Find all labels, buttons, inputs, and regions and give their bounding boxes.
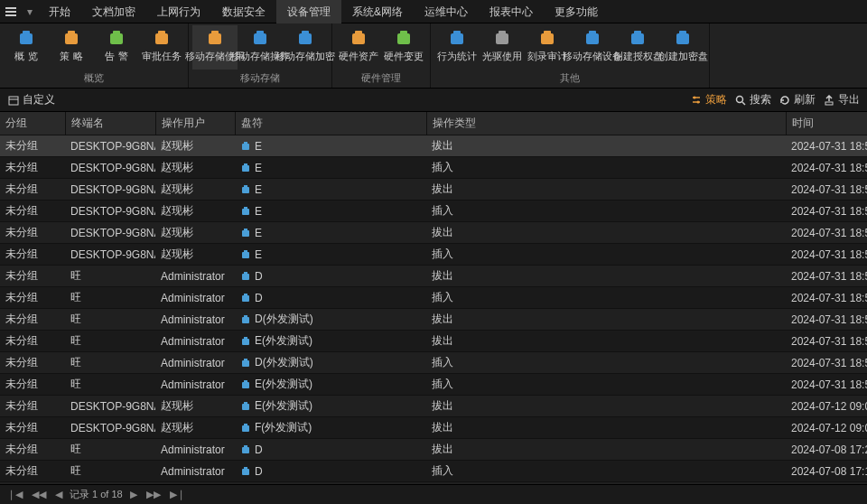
table-row[interactable]: 未分组DESKTOP-9G8NA80赵现彬E插入2024-07-31 18:56… <box>0 157 867 179</box>
menu-item-6[interactable]: 运维中心 <box>414 0 479 23</box>
cell: 未分组 <box>0 352 65 374</box>
table-row[interactable]: 未分组旺AdministratorD(外发测试)插入2024-07-31 18:… <box>0 352 867 374</box>
menu-item-0[interactable]: 开始 <box>38 0 81 23</box>
toolbar-search-button[interactable]: 搜索 <box>734 92 771 107</box>
cell: 未分组 <box>0 439 65 461</box>
table-row[interactable]: 未分组DESKTOP-9G8NA80赵现彬E插入2024-07-31 18:56… <box>0 201 867 222</box>
toolbar-sliders-small-button[interactable]: 策略 <box>690 92 727 107</box>
svg-rect-16 <box>302 31 309 34</box>
ribbon-btn-auth-disk-icon[interactable]: 创建授权盘 <box>615 25 660 70</box>
pager-prev-button[interactable]: ◀◀ <box>30 489 48 500</box>
table-row[interactable]: 未分组DESKTOP-9G8NA80赵现彬F(外发测试)拔出2024-07-12… <box>0 417 867 439</box>
toolbar-label: 导出 <box>838 92 860 107</box>
cell: 未分组 <box>0 135 65 157</box>
encrypt-disk-icon <box>673 29 693 49</box>
ribbon-btn-bell-icon[interactable]: 告 警 <box>94 25 139 70</box>
table-row[interactable]: 未分组旺AdministratorE(外发测试)插入2024-07-31 18:… <box>0 374 867 396</box>
menu-item-7[interactable]: 报表中心 <box>479 0 544 23</box>
ribbon-btn-usb-lock-icon[interactable]: 移动存储加密 <box>283 25 328 70</box>
svg-rect-4 <box>23 31 30 34</box>
menu-item-4[interactable]: 设备管理 <box>276 0 341 23</box>
ribbon-group-label: 硬件管理 <box>332 70 430 88</box>
toolbar-refresh-button[interactable]: 刷新 <box>778 92 816 107</box>
svg-rect-20 <box>400 31 407 34</box>
chevron-down-icon[interactable]: ▾ <box>27 5 33 18</box>
ribbon-btn-usb-action-icon[interactable]: 移动存储操作 <box>238 25 283 70</box>
menu-item-8[interactable]: 更多功能 <box>544 0 609 23</box>
svg-rect-31 <box>676 33 689 44</box>
table-row[interactable]: 未分组旺AdministratorD插入2024-07-08 17:19:43 <box>0 461 867 482</box>
cell: 未分组 <box>0 287 65 309</box>
cell: 旺 <box>65 287 155 309</box>
table-row[interactable]: 未分组旺AdministratorD插入2024-07-31 18:54:10 <box>0 287 867 309</box>
table-row[interactable]: 未分组旺AdministratorD拔出2024-07-08 17:22:36 <box>0 439 867 461</box>
table-row[interactable]: 未分组旺AdministratorE(外发测试)拔出2024-07-31 18:… <box>0 331 867 352</box>
cell: 旺 <box>65 331 155 352</box>
pager-last-button[interactable]: ▶❘ <box>168 489 187 500</box>
ribbon-btn-disc-icon[interactable]: 光驱使用 <box>480 25 525 70</box>
pager-label: 记录 1 of 18 <box>70 488 123 501</box>
svg-rect-8 <box>113 31 120 34</box>
col-header-1[interactable]: 终端名 <box>65 112 155 135</box>
ribbon-btn-stats-icon[interactable]: 行为统计 <box>434 25 480 70</box>
toolbar-export-button[interactable]: 导出 <box>823 92 860 107</box>
table-row[interactable]: 未分组旺AdministratorD(外发测试)拔出2024-07-31 18:… <box>0 309 867 331</box>
ribbon-btn-encrypt-disk-icon[interactable]: 创建加密盘 <box>660 25 705 70</box>
pager-first-button[interactable]: ❘◀ <box>5 489 24 500</box>
cell: 插入 <box>426 201 786 222</box>
app-menu-icon[interactable] <box>4 5 18 19</box>
svg-rect-69 <box>244 424 247 426</box>
cell: 拔出 <box>426 266 786 287</box>
menu-item-1[interactable]: 文档加密 <box>81 0 146 23</box>
svg-rect-11 <box>209 33 221 44</box>
auth-disk-icon <box>628 29 648 49</box>
cell: 插入 <box>426 157 786 179</box>
cell: 2024-07-12 09:06:52 <box>786 396 867 417</box>
table-row[interactable]: 未分组DESKTOP-9G8NA80赵现彬E(外发测试)拔出2024-07-12… <box>0 396 867 417</box>
svg-rect-30 <box>634 31 641 34</box>
custom-columns-button[interactable]: 自定义 <box>7 92 55 107</box>
col-header-3[interactable]: 盘符 <box>235 112 426 135</box>
cell: F(外发测试) <box>235 417 426 439</box>
cell: 2024-07-31 18:54:10 <box>786 287 867 309</box>
svg-rect-2 <box>5 14 16 16</box>
table-row[interactable]: 未分组DESKTOP-9G8NA80赵现彬E拔出2024-07-31 18:56… <box>0 135 867 157</box>
table-row[interactable]: 未分组DESKTOP-9G8NA80赵现彬E拔出2024-07-31 18:56… <box>0 179 867 201</box>
ribbon-btn-chip-change-icon[interactable]: 硬件变更 <box>381 25 426 70</box>
cell: 2024-07-31 18:56:28 <box>786 222 867 244</box>
pager-fwd-button[interactable]: ▶▶ <box>144 489 163 500</box>
ribbon-btn-label: 刻录审计 <box>527 51 567 61</box>
table-row[interactable]: 未分组DESKTOP-9G8NA80赵现彬E插入2024-07-31 18:56… <box>0 244 867 266</box>
ribbon-btn-grid-icon[interactable]: 概 览 <box>4 25 49 70</box>
ribbon-btn-checklist-icon[interactable]: 审批任务 <box>139 25 184 70</box>
table-row[interactable]: 未分组DESKTOP-9G8NA80赵现彬E拔出2024-07-31 18:56… <box>0 222 867 244</box>
ribbon-btn-sliders-icon[interactable]: 策 略 <box>49 25 94 70</box>
svg-rect-52 <box>242 252 249 258</box>
svg-rect-19 <box>397 33 410 44</box>
cell: Administrator <box>155 352 235 374</box>
ribbon-btn-burn-icon[interactable]: 刻录审计 <box>525 25 570 70</box>
pager-back-button[interactable]: ◀ <box>53 489 64 500</box>
cell: E <box>235 135 426 157</box>
menu-item-2[interactable]: 上网行为 <box>146 0 211 23</box>
svg-rect-55 <box>244 272 247 275</box>
col-header-4[interactable]: 操作类型 <box>426 112 786 135</box>
cell: 未分组 <box>0 179 65 201</box>
cell: DESKTOP-9G8NA80 <box>65 135 155 157</box>
svg-rect-32 <box>679 31 686 34</box>
col-header-2[interactable]: 操作用户 <box>155 112 235 135</box>
menu-item-3[interactable]: 数据安全 <box>211 0 276 23</box>
svg-point-36 <box>694 96 696 98</box>
ribbon-btn-chip-icon[interactable]: 硬件资产 <box>336 25 381 70</box>
col-header-0[interactable]: 分组 <box>0 112 65 135</box>
cell: E(外发测试) <box>235 374 426 396</box>
cell: 插入 <box>426 352 786 374</box>
pager-next-button[interactable]: ▶ <box>128 489 139 500</box>
usb-icon <box>205 29 225 49</box>
cell: 2024-07-31 18:54:12 <box>786 266 867 287</box>
ribbon-btn-usb-device-icon[interactable]: 移动存储设备 <box>570 25 615 70</box>
table-row[interactable]: 未分组旺AdministratorD拔出2024-07-31 18:54:12 <box>0 266 867 287</box>
menu-item-5[interactable]: 系统&网络 <box>341 0 414 23</box>
col-header-5[interactable]: 时间 <box>786 112 867 135</box>
ribbon-btn-usb-icon[interactable]: 移动存储使用 <box>192 25 238 70</box>
